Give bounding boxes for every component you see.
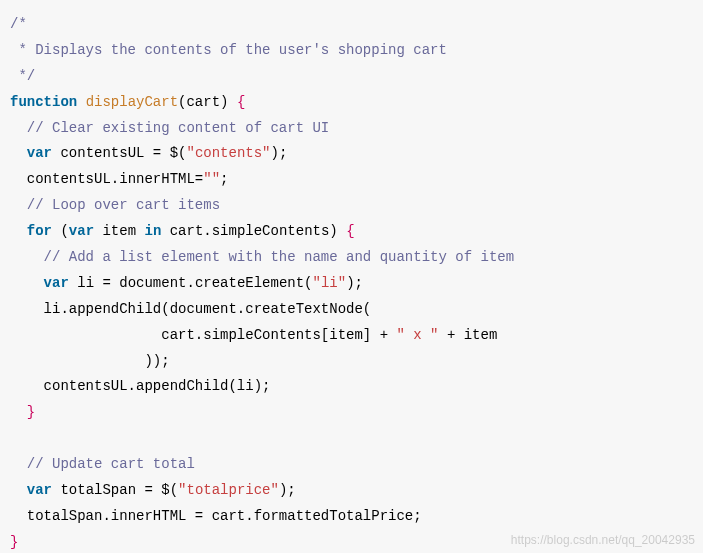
comment-block-open: /* [10,16,27,32]
comment-block-close: */ [10,68,35,84]
semi-3: ; [355,275,363,291]
code-pre: /* * Displays the contents of the user's… [10,12,693,553]
cmt-loop: // Loop over cart items [27,197,220,213]
paren-open-3: ( [60,223,68,239]
stmt-contents-append: contentsUL.appendChild(li); [44,378,271,394]
semi-2: ; [220,171,228,187]
expr-cart-index: cart.simpleContents[item] + [161,327,396,343]
eq-1: = [144,145,169,161]
comment-block-line: * Displays the contents of the user's sh… [10,42,447,58]
brace-open-fn: { [237,94,245,110]
id-doc-createElement: document.createElement [119,275,304,291]
str-x: " x " [396,327,438,343]
cmt-addli: // Add a list element with the name and … [44,249,514,265]
stmt-total-assign: totalSpan.innerHTML = cart.formattedTota… [27,508,422,524]
id-totalSpan: totalSpan [60,482,136,498]
kw-function: function [10,94,77,110]
brace-open-for: { [346,223,354,239]
str-li: "li" [313,275,347,291]
param-cart: cart [186,94,220,110]
id-li: li [77,275,94,291]
paren-open-4: ( [304,275,312,291]
stmt-li-append-open: li.appendChild(document.createTextNode( [44,301,372,317]
brace-close-fn: } [10,534,18,550]
id-contentsUL: contentsUL [60,145,144,161]
str-contents: "contents" [186,145,270,161]
dollar-1: $ [170,145,178,161]
kw-var-3: var [44,275,69,291]
kw-var-1: var [27,145,52,161]
kw-var-2: var [69,223,94,239]
cmt-update: // Update cart total [27,456,195,472]
eq-2: = [94,275,119,291]
paren-close-4: ) [346,275,354,291]
semi-4: ; [287,482,295,498]
paren-close: ) [220,94,228,110]
str-empty: "" [203,171,220,187]
close-paren2: )); [144,353,169,369]
brace-close-for: } [27,404,35,420]
dollar-2: $ [161,482,169,498]
code-block: /* * Displays the contents of the user's… [0,0,703,553]
plus-item: + item [439,327,498,343]
semi-1: ; [279,145,287,161]
str-totalprice: "totalprice" [178,482,279,498]
paren-close-2: ) [271,145,279,161]
kw-var-4: var [27,482,52,498]
paren-open-5: ( [170,482,178,498]
eq-3: = [136,482,161,498]
id-cart-simpleContents: cart.simpleContents [170,223,330,239]
cmt-clear: // Clear existing content of cart UI [27,120,329,136]
fn-name: displayCart [86,94,178,110]
kw-in: in [144,223,161,239]
stmt-clear-inner: contentsUL.innerHTML= [27,171,203,187]
kw-for: for [27,223,52,239]
id-item: item [102,223,136,239]
paren-close-3: ) [329,223,337,239]
